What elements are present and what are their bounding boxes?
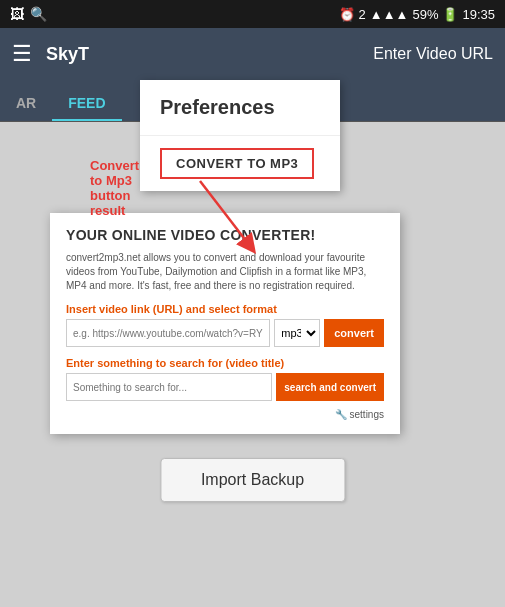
top-bar: ☰ SkyT Enter Video URL (0, 28, 505, 80)
convert-button[interactable]: convert (324, 319, 384, 347)
tab-ar[interactable]: AR (0, 87, 52, 121)
url-row: mp3 mp4 webm convert (66, 319, 384, 347)
hamburger-icon[interactable]: ☰ (12, 41, 32, 67)
search-status-icon: 🔍 (30, 6, 47, 22)
status-bar: 🖼 🔍 ⏰ 2 ▲▲▲ 59% 🔋 19:35 (0, 0, 505, 28)
enter-video-url-label: Enter Video URL (373, 45, 493, 63)
signal-icon: ▲▲▲ (370, 7, 409, 22)
format-select[interactable]: mp3 mp4 webm (274, 319, 320, 347)
url-input[interactable] (66, 319, 270, 347)
settings-label: settings (350, 409, 384, 420)
search-input[interactable] (66, 373, 272, 401)
convert-to-mp3-menu-item[interactable]: CONVERT TO MP3 (140, 136, 340, 191)
preferences-menu-item[interactable]: Preferences (140, 80, 340, 136)
dropdown-menu: Preferences CONVERT TO MP3 (140, 80, 340, 191)
search-section-label: Enter something to search for (video tit… (66, 357, 384, 369)
status-bar-left: 🖼 🔍 (10, 6, 47, 22)
battery-icon: 🔋 (442, 7, 458, 22)
wrench-icon: 🔧 (335, 409, 347, 420)
alarm-icon: ⏰ (339, 7, 355, 22)
search-and-convert-button[interactable]: search and convert (276, 373, 384, 401)
status-bar-right: ⏰ 2 ▲▲▲ 59% 🔋 19:35 (339, 7, 495, 22)
time-display: 19:35 (462, 7, 495, 22)
converter-title: YOUR ONLINE VIDEO CONVERTER! (66, 227, 384, 243)
notification-badge: 2 (359, 7, 366, 22)
tab-feed[interactable]: FEED (52, 87, 121, 121)
convert-to-mp3-label: CONVERT TO MP3 (160, 148, 314, 179)
url-section-label: Insert video link (URL) and select forma… (66, 303, 384, 315)
converter-card: YOUR ONLINE VIDEO CONVERTER! convert2mp3… (50, 213, 400, 434)
app-title: SkyT (46, 44, 359, 65)
image-icon: 🖼 (10, 6, 24, 22)
app-screen: ☰ SkyT Enter Video URL AR FEED Preferenc… (0, 28, 505, 607)
import-backup-button[interactable]: Import Backup (160, 458, 345, 502)
search-row: search and convert (66, 373, 384, 401)
settings-link[interactable]: 🔧 settings (66, 409, 384, 420)
battery-percent: 59% (412, 7, 438, 22)
converter-description: convert2mp3.net allows you to convert an… (66, 251, 384, 293)
